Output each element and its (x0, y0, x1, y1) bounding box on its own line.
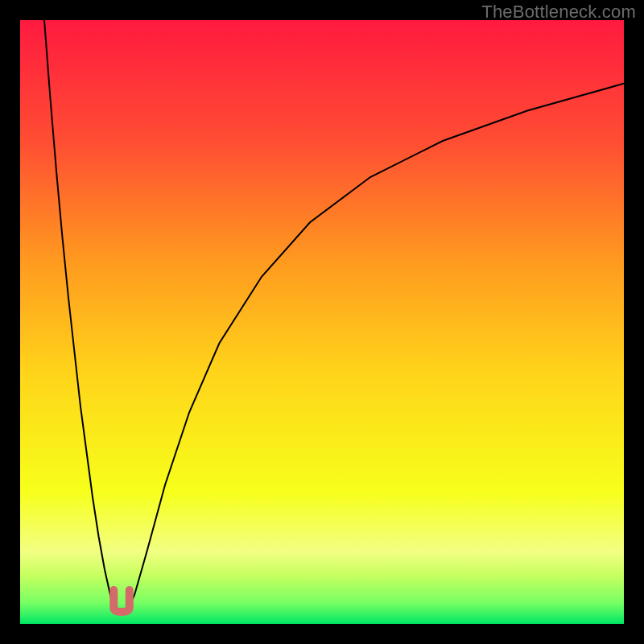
chart-container: TheBottleneck.com (0, 0, 644, 644)
watermark-text: TheBottleneck.com (481, 2, 636, 23)
plot-background (20, 20, 624, 624)
plot-area (20, 20, 624, 624)
chart-svg (20, 20, 624, 624)
